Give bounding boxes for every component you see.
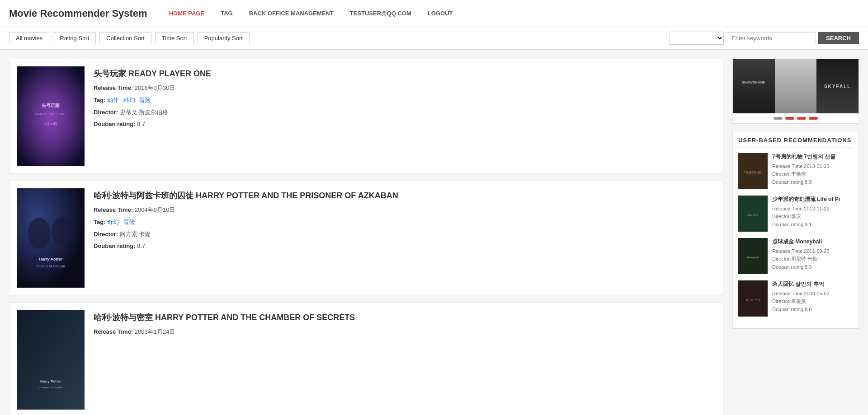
- release-time-label: Release Time:: [94, 84, 133, 91]
- tag-adventure[interactable]: 冒险: [139, 97, 151, 103]
- tag-adventure[interactable]: 冒险: [123, 219, 135, 225]
- rec-release-label: Release Time:: [772, 163, 804, 169]
- rec-director-value: 李安: [791, 214, 801, 219]
- svg-text:Harry Potter: Harry Potter: [39, 257, 63, 261]
- movie-info: 头号玩家 READY PLAYER ONE Release Time: 2018…: [94, 66, 716, 166]
- app-title: Movie Recommender System: [9, 8, 147, 19]
- rec-info: 7号房的礼物 7번방의 선물 Release Time:2013-01-23 D…: [772, 153, 853, 189]
- rec-rating-label: Douban rating:: [772, 222, 805, 227]
- rec-rating-label: Douban rating:: [772, 264, 805, 270]
- rec-section-title: USER-BASED RECOMMENDATIONS: [738, 137, 853, 148]
- nav-homepage[interactable]: HOME PAGE: [161, 0, 213, 27]
- nav-tag[interactable]: TAG: [212, 0, 241, 27]
- filter-bar: All movies Rating Sort Collection Sort T…: [0, 27, 868, 50]
- director-value: 史蒂文·斯皮尔伯格: [120, 109, 169, 116]
- svg-text:头号玩家: 头号玩家: [41, 103, 60, 108]
- filter-time-sort[interactable]: Time Sort: [155, 32, 194, 44]
- release-time-label: Release Time:: [94, 328, 133, 335]
- rec-item[interactable]: 7号房的礼物 7号房的礼物 7번방의 선물 Release Time:2013-…: [738, 153, 853, 189]
- rec-release-label: Release Time:: [772, 291, 804, 296]
- movie-list: 头号玩家 READY PLAYER ONE 3月30日 头号玩家 READY P…: [9, 59, 723, 415]
- nav-user[interactable]: TESTUSER@QQ.COM: [342, 0, 420, 27]
- svg-text:Chamber of Secrets: Chamber of Secrets: [38, 386, 62, 389]
- movie-director: Director: 史蒂文·斯皮尔伯格: [94, 108, 716, 117]
- main-container: 头号玩家 READY PLAYER ONE 3月30日 头号玩家 READY P…: [0, 50, 868, 415]
- rec-director-value: 李焕庆: [791, 171, 806, 177]
- tag-action[interactable]: 动作: [107, 97, 119, 103]
- movie-release-time: Release Time: 2018年3月30日: [94, 84, 716, 93]
- rating-value: 8.7: [137, 242, 145, 249]
- rec-poster: 7号房的礼物: [738, 153, 768, 189]
- rec-release-value: 2003-05-02: [804, 291, 829, 296]
- rec-meta: Release Time:2011-09-23 Director:贝尼特·米勒 …: [772, 247, 853, 271]
- movie-card: Harry Potter Chamber of Secrets 哈利·波特与密室…: [9, 303, 723, 415]
- main-nav: HOME PAGE TAG BACK OFFICE MANAGEMENT TES…: [161, 0, 461, 27]
- movie-rating: Douban rating: 8.7: [94, 120, 716, 129]
- movie-title[interactable]: 哈利·波特与阿兹卡班的囚徒 HARRY POTTER AND THE PRISO…: [94, 190, 716, 201]
- tag-label: Tag:: [94, 97, 105, 103]
- rec-director-label: Director:: [772, 298, 791, 304]
- nav-back-office[interactable]: BACK OFFICE MANAGEMENT: [241, 0, 342, 27]
- rec-poster: 살인의 추억: [738, 280, 768, 317]
- svg-point-8: [52, 217, 72, 246]
- movie-info: 哈利·波特与阿兹卡班的囚徒 HARRY POTTER AND THE PRISO…: [94, 188, 716, 288]
- dot-4[interactable]: [809, 117, 818, 120]
- movie-release-time: Release Time: 2003年1月24日: [94, 327, 716, 337]
- rec-movie-title: 点球成金 Moneyball: [772, 238, 853, 246]
- rating-label: Douban rating:: [94, 242, 135, 249]
- rec-item[interactable]: 살인의 추억 杀人回忆 살인의 추억 Release Time:2003-05-…: [738, 280, 853, 317]
- svg-text:살인의 추억: 살인의 추억: [745, 298, 760, 301]
- dot-3[interactable]: [797, 117, 806, 120]
- search-button[interactable]: SEARCH: [818, 32, 859, 44]
- filter-collection-sort[interactable]: Collection Sort: [99, 32, 151, 44]
- filter-rating-sort[interactable]: Rating Sort: [53, 32, 96, 44]
- dot-1[interactable]: [774, 117, 783, 120]
- svg-text:7号房的礼物: 7号房的礼物: [744, 171, 762, 174]
- rec-item[interactable]: Moneyball 点球成金 Moneyball Release Time:20…: [738, 238, 853, 274]
- rec-poster: Moneyball: [738, 238, 768, 274]
- tag-scifi[interactable]: 科幻: [123, 97, 135, 103]
- svg-text:Moneyball: Moneyball: [746, 256, 759, 259]
- rec-director-label: Director:: [772, 171, 791, 177]
- rec-release-label: Release Time:: [772, 248, 804, 254]
- movie-title[interactable]: 头号玩家 READY PLAYER ONE: [94, 68, 716, 79]
- rec-release-label: Release Time:: [772, 206, 804, 211]
- rec-meta: Release Time:2003-05-02 Director:奉俊昊 Dou…: [772, 290, 853, 314]
- movie-title[interactable]: 哈利·波特与密室 HARRY POTTER AND THE CHAMBER OF…: [94, 312, 716, 323]
- director-label: Director:: [94, 109, 118, 116]
- search-category-select[interactable]: [670, 32, 724, 45]
- rec-info: 少年派的奇幻漂流 Life of Pi Release Time:2012-11…: [772, 196, 853, 232]
- rec-rating-label: Douban rating:: [772, 179, 805, 185]
- sidebar: SHAWSHANK SKYFALL USER-BASED RECOMMENDAT…: [732, 59, 859, 415]
- movie-card: 头号玩家 READY PLAYER ONE 3月30日 头号玩家 READY P…: [9, 59, 723, 173]
- filter-all-movies[interactable]: All movies: [9, 32, 49, 44]
- rec-movie-title: 少年派的奇幻漂流 Life of Pi: [772, 196, 853, 203]
- carousel-slide-2: [775, 59, 817, 113]
- movie-poster: 头号玩家 READY PLAYER ONE 3月30日: [17, 66, 85, 166]
- movie-director: Director: 阿方索·卡隆: [94, 230, 716, 239]
- search-input[interactable]: [726, 32, 816, 44]
- carousel-images: SHAWSHANK SKYFALL: [733, 59, 859, 113]
- nav-logout[interactable]: LOGOUT: [420, 0, 461, 27]
- header: Movie Recommender System HOME PAGE TAG B…: [0, 0, 868, 27]
- rec-rating-value: 8.3: [805, 264, 811, 270]
- svg-text:Life of Pi: Life of Pi: [747, 214, 758, 216]
- carousel: SHAWSHANK SKYFALL: [732, 59, 859, 124]
- rec-director-value: 贝尼特·米勒: [791, 256, 817, 261]
- release-time-value: 2004年9月10日: [135, 206, 175, 213]
- rec-item[interactable]: Life of Pi 少年派的奇幻漂流 Life of Pi Release T…: [738, 196, 853, 232]
- release-time-value: 2018年3月30日: [135, 84, 175, 91]
- carousel-slide-1: SHAWSHANK: [733, 59, 775, 113]
- rec-meta: Release Time:2013-01-23 Director:李焕庆 Dou…: [772, 163, 853, 187]
- rec-release-value: 2011-09-23: [804, 248, 829, 254]
- dot-2[interactable]: [785, 117, 794, 120]
- movie-poster: Harry Potter Chamber of Secrets: [17, 310, 85, 410]
- filter-popularity-sort[interactable]: Popularity Sort: [198, 32, 250, 44]
- rec-director-label: Director:: [772, 214, 791, 219]
- tag-fantasy[interactable]: 奇幻: [107, 219, 119, 225]
- movie-info: 哈利·波特与密室 HARRY POTTER AND THE CHAMBER OF…: [94, 310, 716, 410]
- svg-text:3月30日: 3月30日: [44, 122, 57, 126]
- movie-poster: Harry Potter Prisoner of Azkaban: [17, 188, 85, 288]
- svg-text:Prisoner of Azkaban: Prisoner of Azkaban: [37, 265, 65, 268]
- rec-rating-value: 9.1: [805, 222, 811, 227]
